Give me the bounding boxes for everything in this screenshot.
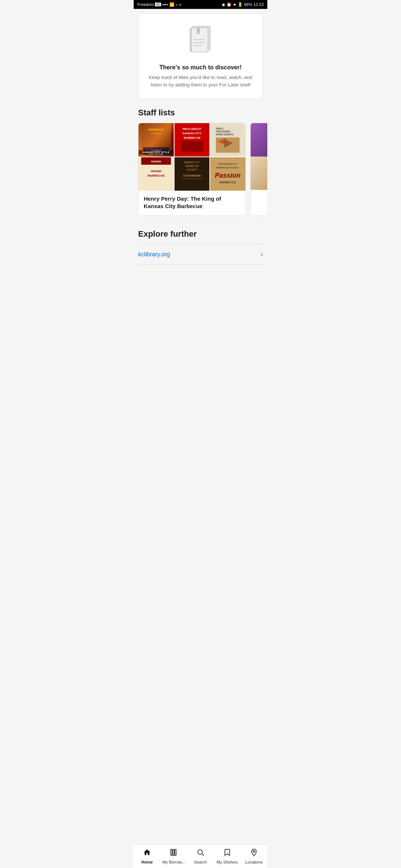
- book-cover-2: WILD ABOUT KANSAS CITY BARBECUE: [175, 123, 210, 157]
- main-content: There's so much to discover! Keep track …: [134, 9, 267, 294]
- book-cover-5: KANSAS CITY BARBECUE SOCIETY COOKBOOK: [175, 157, 210, 191]
- svg-text:CITY STYLE: CITY STYLE: [149, 152, 163, 155]
- svg-text:THE KANSAS CITY: THE KANSAS CITY: [218, 163, 238, 165]
- explore-further-section: Explore further kclibrary.org ›: [138, 229, 263, 264]
- staff-list-card-name: Henry Perry Day: The King of Kansas City…: [138, 195, 245, 210]
- book-cover-3: SMALL TREASURES FROM SCRAPS: [210, 123, 245, 157]
- discover-card-title: There's so much to discover!: [159, 64, 242, 71]
- battery-icon: 🔋: [238, 2, 243, 7]
- svg-text:GRAND: GRAND: [151, 170, 162, 173]
- svg-text:BARBECUE: BARBECUE: [220, 181, 236, 184]
- svg-text:TREASURES: TREASURES: [216, 130, 231, 133]
- explore-further-title: Explore further: [138, 229, 263, 239]
- divider-bottom: [138, 264, 263, 264]
- book-icon-container: [186, 23, 215, 57]
- music-icon: ♪: [176, 2, 178, 7]
- staff-lists-title: Staff lists: [138, 108, 263, 118]
- svg-text:BARBECUE: BARBECUE: [149, 128, 163, 131]
- status-right: ◉ ⏰ ★ 🔋 66% 12:23: [222, 2, 264, 7]
- chevron-right-icon: ›: [261, 250, 263, 258]
- svg-text:SOCIETY: SOCIETY: [187, 168, 198, 171]
- time-display: 12:23: [253, 2, 264, 7]
- svg-rect-8: [190, 28, 192, 52]
- svg-text:SMALL: SMALL: [216, 127, 224, 130]
- partial-book-bottom: [251, 157, 267, 190]
- svg-text:KANSAS CITY: KANSAS CITY: [184, 161, 200, 164]
- partial-cover: [251, 123, 267, 190]
- svg-text:BARBECUE: BARBECUE: [183, 136, 200, 139]
- status-left: Freedom HD ▪▪▪▪ 📶 ♪ ∞: [137, 2, 182, 7]
- eye-icon: ◉: [222, 2, 225, 7]
- book-grid: BARBECUE LOVER'S KANSAS CITY STYLE WILD …: [138, 123, 245, 191]
- staff-list-card[interactable]: BARBECUE LOVER'S KANSAS CITY STYLE WILD …: [138, 123, 246, 216]
- svg-rect-12: [143, 147, 169, 155]
- svg-text:WILD ABOUT: WILD ABOUT: [183, 127, 202, 131]
- svg-text:KANSAS CITY: KANSAS CITY: [183, 132, 202, 135]
- discover-card-description: Keep track of titles you'd like to read,…: [146, 74, 255, 88]
- svg-text:Passion: Passion: [215, 172, 241, 179]
- svg-text:COOKBOOK: COOKBOOK: [183, 174, 201, 177]
- partial-book-top: [251, 123, 267, 157]
- book-illustration-icon: [186, 23, 215, 56]
- svg-text:GRAND: GRAND: [151, 160, 162, 163]
- svg-rect-19: [181, 141, 203, 152]
- bluetooth-icon: ★: [233, 2, 237, 7]
- battery-percent: 66%: [244, 2, 252, 7]
- carrier-label: Freedom: [137, 2, 154, 7]
- staff-lists-section: Staff lists: [138, 108, 263, 217]
- voicemail-icon: ∞: [179, 2, 182, 7]
- discover-card: There's so much to discover! Keep track …: [138, 13, 263, 99]
- svg-text:BARBECUE: BARBECUE: [185, 165, 199, 167]
- book-cover-4: GRAND GRAND BARBECUE: [138, 157, 174, 191]
- staff-list-card-partial: [250, 123, 267, 216]
- book-cover-1: BARBECUE LOVER'S KANSAS CITY STYLE: [138, 123, 174, 157]
- staff-lists-scroll[interactable]: BARBECUE LOVER'S KANSAS CITY STYLE WILD …: [134, 123, 267, 217]
- status-bar: Freedom HD ▪▪▪▪ 📶 ♪ ∞ ◉ ⏰ ★ 🔋 66% 12:23: [134, 0, 267, 9]
- kclibrary-link-text: kclibrary.org: [138, 251, 170, 258]
- book-cover-6: THE KANSAS CITY BARBECUE SOCIETY Passion…: [210, 157, 245, 191]
- svg-text:LOVER'S: LOVER'S: [151, 132, 161, 135]
- alarm-icon: ⏰: [226, 2, 232, 7]
- svg-text:BARBECUE SOCIETY: BARBECUE SOCIETY: [216, 167, 239, 169]
- svg-text:KANSAS: KANSAS: [151, 149, 162, 152]
- svg-text:FROM SCRAPS: FROM SCRAPS: [216, 133, 234, 136]
- wifi-icon: 📶: [169, 2, 175, 7]
- signal-icon: ▪▪▪▪: [162, 2, 168, 7]
- hd-badge: HD: [155, 3, 161, 6]
- kclibrary-link[interactable]: kclibrary.org ›: [138, 244, 263, 264]
- svg-text:BARBECUE: BARBECUE: [148, 174, 165, 177]
